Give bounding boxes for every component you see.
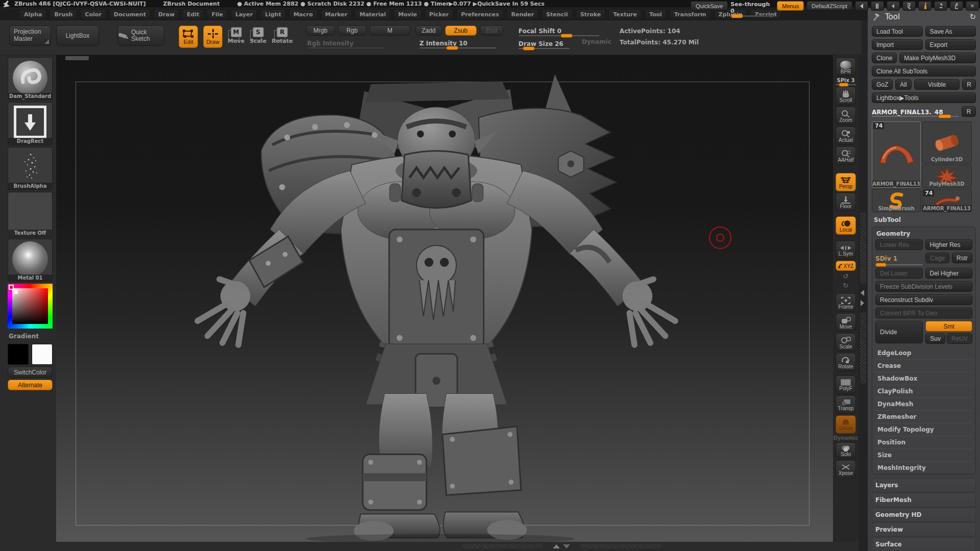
strip-scale-button[interactable]: Scale <box>836 333 856 352</box>
menus-button[interactable]: Menus <box>777 1 804 11</box>
subsection-meshintegrity[interactable]: MeshIntegrity <box>875 461 972 474</box>
sdiv-handle[interactable] <box>875 263 887 267</box>
spix-handle[interactable] <box>839 83 849 87</box>
z-intensity-handle[interactable] <box>446 46 458 50</box>
goz-visible-button[interactable]: Visible <box>914 79 960 90</box>
import-button[interactable]: Import <box>872 39 923 50</box>
m-button[interactable]: M <box>370 26 410 36</box>
higher-res-button[interactable]: Higher Res <box>925 239 973 250</box>
subtool-section-header[interactable]: SubTool <box>872 212 976 224</box>
strip-dynamic-label[interactable]: Dynamic <box>834 435 858 441</box>
draw-size-handle[interactable] <box>523 46 535 51</box>
subsection-zremesher[interactable]: ZRemesher <box>875 410 972 423</box>
menu-file[interactable]: File <box>207 9 228 20</box>
scale-tool[interactable]: S Scale <box>250 27 266 44</box>
subsection-claypolish[interactable]: ClayPolish <box>875 385 972 397</box>
clone-all-subtools-button[interactable]: Clone All SubTools <box>872 66 976 77</box>
clone-button[interactable]: Clone <box>872 53 897 63</box>
divider-scroll-upper[interactable] <box>860 212 866 284</box>
dock-left-icon[interactable] <box>887 1 900 11</box>
dock-right-icon[interactable] <box>902 1 916 11</box>
section-preview[interactable]: Preview <box>872 522 976 537</box>
divide-button[interactable]: Divide <box>875 321 923 343</box>
alpha-thumbnail[interactable]: BrushAlpha <box>8 147 53 190</box>
reuv-button[interactable]: ReUV <box>947 333 972 344</box>
rotate-tool[interactable]: R Rotate <box>272 27 292 44</box>
draw-button[interactable]: Draw <box>203 26 223 48</box>
scroll-button[interactable]: Scroll <box>836 87 856 105</box>
ghost-button[interactable]: Ghost <box>836 415 856 434</box>
z-intensity-slider[interactable]: Z Intensity 10 <box>415 38 503 48</box>
lightbox-button[interactable]: LightBox <box>56 26 99 46</box>
export-button[interactable]: Export <box>925 39 976 50</box>
menu-color[interactable]: Color <box>80 9 106 20</box>
divider-left-arrow-icon[interactable] <box>861 290 864 296</box>
color-picker[interactable] <box>8 284 53 329</box>
menu-stencil[interactable]: Stencil <box>542 9 573 20</box>
del-lower-button[interactable]: Del Lower <box>875 268 923 279</box>
projection-master-button[interactable]: Projection Master <box>9 26 51 46</box>
cage-button[interactable]: Cage <box>925 253 949 263</box>
stroke-thumbnail[interactable]: DragRect <box>8 102 53 145</box>
quick-sketch-button[interactable]: Quick Sketch <box>117 26 164 46</box>
aahalf-button[interactable]: AAHalf <box>836 146 856 165</box>
simplebrush-thumbnail[interactable]: SimpleBrush <box>872 189 921 212</box>
edit-button[interactable]: Edit <box>179 26 198 48</box>
spix-slider[interactable]: SPix 3 <box>836 78 856 85</box>
move-tool[interactable]: M Move <box>228 27 244 44</box>
strip-move-button[interactable]: Move <box>836 313 856 332</box>
see-through-handle[interactable] <box>731 14 743 18</box>
quicksave-button[interactable]: QuickSave <box>691 1 728 11</box>
zsub-button[interactable]: Zsub <box>445 26 477 36</box>
menu-material[interactable]: Material <box>355 9 390 20</box>
sdiv-slider[interactable]: SDiv 1 <box>875 253 923 265</box>
section-geometry-hd[interactable]: Geometry HD <box>872 508 976 522</box>
draw-size-slider[interactable]: Draw Size 26 <box>519 38 570 49</box>
hue-selector[interactable] <box>9 285 14 290</box>
subsection-crease[interactable]: Crease <box>875 359 972 372</box>
alternate-button[interactable]: Alternate <box>8 380 53 390</box>
scroll-up-icon[interactable] <box>553 544 560 548</box>
zcut-button[interactable]: Zcut <box>480 26 503 36</box>
floor-button[interactable]: Floor <box>836 193 856 211</box>
viewport-canvas[interactable] <box>56 55 833 542</box>
menu-movie[interactable]: Movie <box>394 9 422 20</box>
geometry-section-header[interactable]: Geometry <box>875 229 972 238</box>
subsection-dynamesh[interactable]: DynaMesh <box>875 397 972 410</box>
persp-button[interactable]: Persp <box>836 173 856 191</box>
save-as-button[interactable]: Save As <box>925 26 976 37</box>
goz-all-button[interactable]: All <box>895 79 911 90</box>
lightbox-tools-button[interactable]: Lightbox▶Tools <box>872 92 976 103</box>
goz-r-button[interactable]: R <box>962 79 976 90</box>
subsection-modify-topology[interactable]: Modify Topology <box>875 423 972 436</box>
close-icon[interactable]: ✕ <box>966 1 979 11</box>
lower-res-button[interactable]: Lower Res <box>875 239 923 250</box>
strip-rotate-button[interactable]: Rotate <box>836 353 856 371</box>
menu-document[interactable]: Document <box>109 9 151 20</box>
collapse-left-tray-icon[interactable] <box>855 1 868 11</box>
menu-brush[interactable]: Brush <box>50 9 77 20</box>
menu-edit[interactable]: Edit <box>182 9 204 20</box>
menu-render[interactable]: Render <box>507 9 539 20</box>
material-thumbnail[interactable]: Metal 01 <box>8 239 53 282</box>
menu-stroke[interactable]: Stroke <box>576 9 606 20</box>
sculpt-model[interactable] <box>138 64 735 542</box>
actual-button[interactable]: Actual <box>836 127 856 145</box>
panel-divider[interactable] <box>859 8 868 551</box>
menu-tool[interactable]: Tool <box>645 9 667 20</box>
rgb-button[interactable]: Rgb <box>338 26 366 36</box>
canvas-doc-handle[interactable] <box>65 56 89 60</box>
menu-picker[interactable]: Picker <box>425 9 453 20</box>
canvas-horizontal-scrollbar[interactable] <box>462 544 661 548</box>
scroll-down-icon[interactable] <box>563 544 570 548</box>
menu-marker[interactable]: Marker <box>321 9 352 20</box>
reconstruct-subdiv-button[interactable]: Reconstruct Subdiv <box>875 294 972 305</box>
minimize-icon[interactable] <box>934 1 947 11</box>
bpr-button[interactable]: BPR <box>836 58 856 76</box>
recent-tool-thumbnail[interactable]: 74 ARMOR_FINAL13 <box>922 189 972 212</box>
tool-r-button[interactable]: R <box>962 106 976 117</box>
menu-draw[interactable]: Draw <box>154 9 179 20</box>
rstr-button[interactable]: Rstr <box>952 253 972 263</box>
gradient-label[interactable]: Gradient <box>8 331 54 342</box>
local-button[interactable]: Local <box>836 216 856 235</box>
